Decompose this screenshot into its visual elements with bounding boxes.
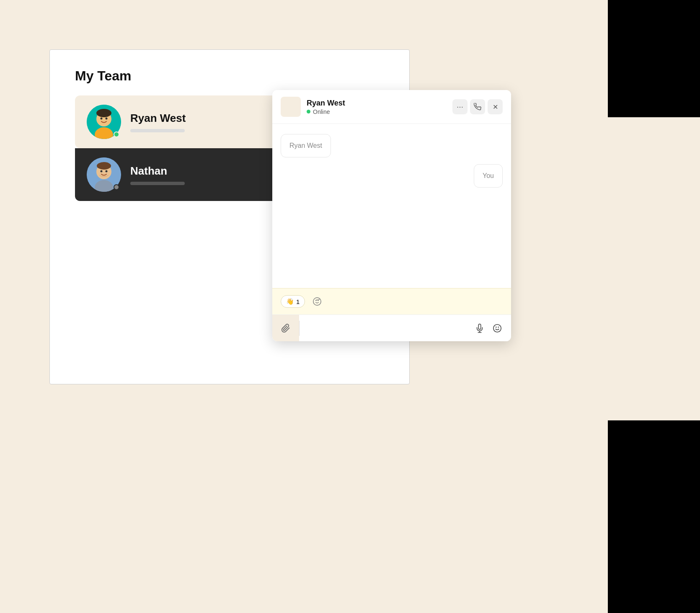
team-title: My Team	[50, 50, 409, 95]
emoji-button[interactable]	[489, 320, 505, 336]
svg-point-10	[101, 170, 103, 173]
decoration-corner-tr	[608, 0, 700, 117]
reaction-wave-count: 1	[296, 298, 300, 305]
svg-point-12	[313, 298, 321, 305]
chat-messages: Ryan West You	[272, 124, 511, 288]
chat-window: Ryan West Online ⋯ ✕ Ryan West You �	[272, 90, 511, 341]
message-ryan-text: Ryan West	[289, 142, 322, 149]
chat-input-bar	[272, 314, 511, 341]
chat-contact-name: Ryan West	[307, 99, 452, 108]
avatar-wrapper-nathan	[87, 157, 121, 192]
message-input[interactable]	[300, 325, 472, 332]
input-actions	[472, 320, 511, 336]
svg-point-18	[493, 324, 501, 332]
reaction-wave-emoji: 👋	[286, 298, 294, 305]
chat-call-button[interactable]	[470, 99, 485, 114]
message-you-text: You	[483, 172, 494, 179]
message-you: You	[474, 164, 503, 188]
svg-point-11	[106, 170, 108, 173]
chat-contact-status: Online	[313, 108, 330, 115]
attachment-button[interactable]	[272, 315, 299, 342]
chat-online-dot	[307, 110, 310, 113]
reaction-wave[interactable]: 👋 1	[281, 295, 305, 308]
chat-header-info: Ryan West Online	[307, 99, 452, 115]
message-ryan-west: Ryan West	[281, 134, 331, 157]
svg-point-3	[96, 109, 111, 117]
chat-contact-avatar	[281, 97, 301, 117]
reactions-bar: 👋 1	[272, 288, 511, 314]
svg-point-9	[97, 162, 111, 170]
chat-contact-status-row: Online	[307, 108, 452, 115]
member-bar-nathan	[130, 182, 185, 185]
avatar-wrapper-ryan	[87, 105, 121, 139]
chat-header: Ryan West Online ⋯ ✕	[272, 90, 511, 124]
member-bar-ryan	[130, 129, 185, 132]
chat-header-actions: ⋯ ✕	[452, 99, 503, 114]
chat-more-button[interactable]: ⋯	[452, 99, 468, 114]
svg-point-4	[101, 118, 103, 120]
status-dot-nathan	[114, 184, 119, 190]
reaction-add-button[interactable]	[310, 294, 324, 309]
decoration-corner-br	[608, 420, 700, 613]
status-dot-ryan	[114, 131, 119, 137]
microphone-button[interactable]	[472, 320, 488, 336]
svg-point-5	[106, 118, 108, 120]
chat-close-button[interactable]: ✕	[488, 99, 503, 114]
